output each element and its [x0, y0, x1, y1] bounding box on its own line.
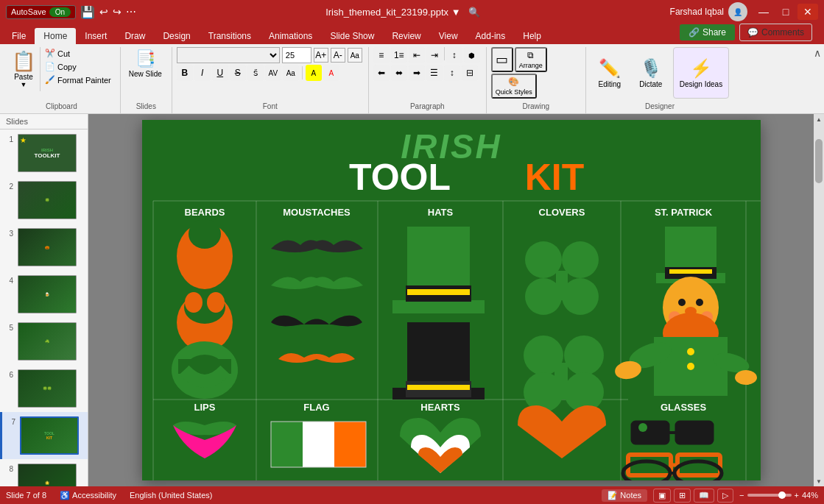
tab-add-ins[interactable]: Add-ins	[467, 28, 515, 44]
line-spacing-button[interactable]: ↕	[444, 65, 460, 81]
slide-thumb-6: 🍀🍀	[18, 369, 77, 408]
notes-button[interactable]: 📝 Notes	[602, 489, 647, 502]
shapes-button[interactable]: ▭	[491, 47, 513, 72]
ribbon-group-content: ✏️ Editing 🎙️ Dictate ⚡ Design Ideas	[591, 47, 729, 110]
tab-file[interactable]: File	[3, 28, 35, 44]
tab-animations[interactable]: Animations	[260, 28, 321, 44]
format-painter-button[interactable]: 🖌️ Format Painter	[42, 74, 114, 86]
columns-button[interactable]: ⊟	[462, 65, 478, 81]
thumb-star-1: ★	[20, 136, 27, 144]
tab-transitions[interactable]: Transitions	[200, 28, 260, 44]
design-ideas-button[interactable]: ⚡ Design Ideas	[673, 47, 729, 99]
slide-item-7[interactable]: 7 TOOLKIT	[0, 412, 88, 459]
copy-button[interactable]: 📄 Copy	[42, 60, 114, 73]
autosave-toggle[interactable]: On	[49, 7, 71, 17]
align-left-button[interactable]: ⬅	[373, 65, 390, 81]
minimize-button[interactable]: —	[753, 4, 774, 20]
more-tools-icon[interactable]: ⋯	[126, 6, 136, 18]
scroll-arrow-down[interactable]: ▼	[814, 476, 824, 486]
new-slide-button[interactable]: 📑 New Slide	[125, 47, 166, 80]
tab-slide-show[interactable]: Slide Show	[321, 28, 383, 44]
ribbon-collapse-button[interactable]: ∧	[814, 47, 821, 59]
zoom-track[interactable]	[747, 494, 792, 497]
autosave-button[interactable]: AutoSave On	[6, 5, 76, 19]
zoom-in-button[interactable]: +	[795, 491, 799, 500]
redo-icon[interactable]: ↪	[113, 6, 122, 18]
dictate-button[interactable]: 🎙️ Dictate	[632, 47, 670, 99]
svg-text:LIPS: LIPS	[194, 402, 215, 413]
view-normal-button[interactable]: ▣	[653, 489, 671, 503]
slide-item-3[interactable]: 3 🎃	[0, 224, 88, 271]
svg-rect-28	[407, 322, 470, 388]
cut-button[interactable]: ✂️ Cut	[42, 47, 114, 60]
font-color-button[interactable]: A	[323, 65, 339, 81]
paste-button[interactable]: 📋 Paste ▼	[7, 47, 41, 91]
paste-icon: 📋	[12, 50, 35, 73]
svg-text:BEARDS: BEARDS	[184, 207, 225, 218]
slide-item-8[interactable]: 8 🌟	[0, 459, 88, 486]
svg-text:FLAG: FLAG	[303, 402, 329, 413]
font-case-button[interactable]: Aa	[283, 65, 299, 81]
tab-view[interactable]: View	[430, 28, 467, 44]
tab-insert[interactable]: Insert	[76, 28, 116, 44]
svg-point-61	[735, 370, 757, 385]
font-size-input[interactable]	[282, 47, 311, 63]
shadow-button[interactable]: S̈	[247, 65, 264, 81]
tab-home[interactable]: Home	[35, 28, 76, 44]
close-button[interactable]: ✕	[797, 4, 818, 20]
zoom-out-button[interactable]: −	[739, 491, 744, 500]
tab-help[interactable]: Help	[514, 28, 550, 44]
arrange-button[interactable]: ⧉ Arrange	[515, 47, 547, 72]
maximize-button[interactable]: □	[775, 4, 796, 20]
scroll-thumb[interactable]	[815, 139, 823, 183]
title-bar-left: AutoSave On 💾 ↩ ↪ ⋯	[6, 5, 136, 19]
tab-review[interactable]: Review	[383, 28, 429, 44]
underline-button[interactable]: U	[212, 65, 228, 81]
quick-styles-button[interactable]: 🎨 Quick Styles	[491, 74, 537, 99]
italic-button[interactable]: I	[194, 65, 211, 81]
text-highlight-button[interactable]: A	[306, 65, 322, 81]
slide-item-6[interactable]: 6 🍀🍀	[0, 365, 88, 412]
numbered-list-button[interactable]: 1≡	[391, 47, 407, 63]
ribbon-tabs: File Home Insert Draw Design Transitions…	[0, 24, 550, 44]
svg-point-17	[185, 292, 203, 313]
tab-draw[interactable]: Draw	[116, 28, 154, 44]
save-icon[interactable]: 💾	[80, 5, 95, 19]
strikethrough-button[interactable]: S	[230, 65, 246, 81]
justify-button[interactable]: ☰	[426, 65, 443, 81]
bullet-list-button[interactable]: ≡	[373, 47, 390, 63]
paste-dropdown-icon[interactable]: ▼	[21, 81, 27, 88]
view-reading-button[interactable]: 📖	[694, 489, 714, 503]
font-clear-button[interactable]: Aa	[348, 48, 362, 63]
view-slide-sorter-button[interactable]: ⊞	[674, 489, 691, 503]
zoom-thumb[interactable]	[778, 491, 786, 499]
share-button[interactable]: 🔗 Share	[680, 24, 735, 40]
slide-item-1[interactable]: 1 ★ IRISHTOOLKIT	[0, 129, 88, 177]
slide-item-2[interactable]: 2 🍀	[0, 177, 88, 224]
font-size-increase[interactable]: A+	[314, 48, 328, 63]
font-size-decrease[interactable]: A-	[331, 48, 345, 63]
indent-decrease-button[interactable]: ⇤	[409, 47, 425, 63]
slide-item-4[interactable]: 4 🍺	[0, 271, 88, 318]
comments-button[interactable]: 💬 Comments	[739, 24, 812, 41]
ribbon-group-content: ≡ 1≡ ⇤ ⇥ ↕ ⬢ ⬅ ⬌ ➡ ☰ ↕ ⊟	[373, 47, 480, 110]
scroll-arrow-up[interactable]: ▲	[814, 114, 824, 124]
align-center-button[interactable]: ⬌	[391, 65, 407, 81]
slide-canvas[interactable]: IRISH TOOL KIT BEARDS	[142, 120, 761, 480]
accessibility-button[interactable]: ♿ Accessibility	[55, 489, 121, 502]
font-name-select[interactable]	[177, 47, 280, 63]
indent-increase-button[interactable]: ⇥	[426, 47, 443, 63]
zoom-level: 44%	[802, 491, 818, 500]
bold-button[interactable]: B	[177, 65, 193, 81]
tab-design[interactable]: Design	[154, 28, 199, 44]
convert-smartart-button[interactable]: ⬢	[464, 47, 480, 63]
slide-svg: IRISH TOOL KIT BEARDS	[142, 120, 761, 480]
text-direction-button[interactable]: ↕	[446, 47, 462, 63]
undo-icon[interactable]: ↩	[99, 6, 108, 18]
title-dropdown-icon[interactable]: ▼	[451, 7, 461, 18]
editing-button[interactable]: ✏️ Editing	[591, 47, 629, 99]
view-presenter-button[interactable]: ▷	[717, 489, 733, 503]
slide-item-5[interactable]: 5 ☘️	[0, 318, 88, 365]
align-right-button[interactable]: ➡	[409, 65, 425, 81]
char-spacing-button[interactable]: AV	[265, 65, 281, 81]
